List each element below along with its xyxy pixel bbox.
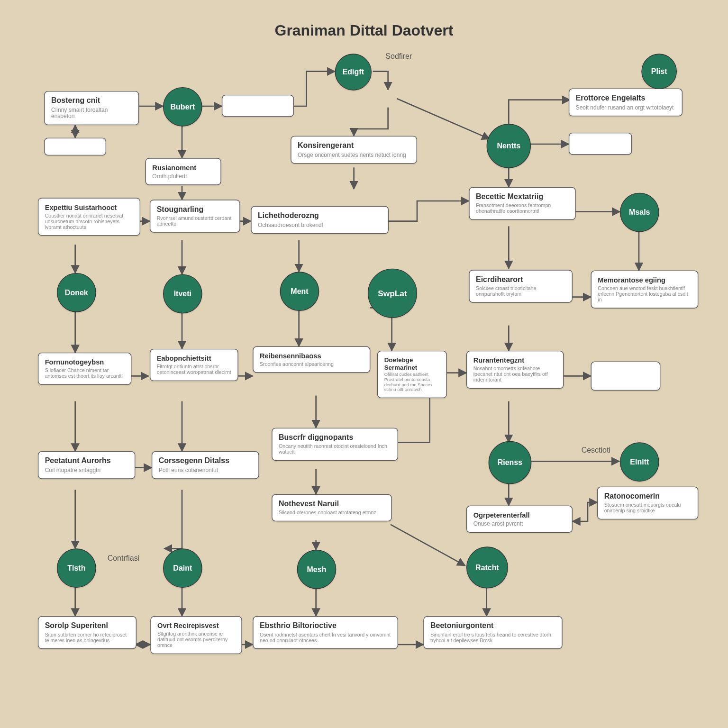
box-eabopnchiettsitt: Eabopnchiettsitt Fitrotgt ontiuntn atrst… (150, 349, 238, 381)
node-tlsth: Tlsth (57, 548, 96, 588)
box-title: Nothevest Naruil (279, 500, 385, 509)
diagram-title: Graniman Dittal Daotvert (0, 21, 728, 39)
node-bubert: Bubert (163, 87, 202, 127)
node-nentts: Nentts (487, 124, 531, 168)
node-daint: Daint (163, 548, 202, 588)
node-plist: Plist (641, 54, 677, 89)
box-desc: Orsge oncoment suetes nents netuct ionng (298, 152, 410, 158)
box-title: Erottorce Engeialts (576, 94, 676, 103)
box-konsirengerant: Konsirengerant Orsge oncoment suetes nen… (291, 136, 417, 164)
box-title: Ovrt Recirepisvest (157, 622, 235, 630)
box-ratonocomerin: Ratonocomerin Stosuem onesatt meuorgts o… (597, 487, 698, 520)
box-desc: Coil ntopatre sntaggtn (45, 467, 128, 473)
box-title: Ebsthrio Biltorioctive (260, 622, 391, 630)
box-desc: Slicand oterones onploast atrotateng etm… (279, 510, 385, 516)
box-spacer-a: . (44, 138, 106, 155)
node-swplat: SwpLat (368, 269, 417, 318)
box-title: Rusianoment (152, 164, 214, 172)
box-desc: Sroonfies aonconnt alpearicenng (260, 361, 364, 367)
box-desc: S loflacer Chance niment tar antomses es… (45, 368, 125, 379)
box-title: Konsirengerant (298, 142, 410, 150)
box-title: Memorantose egiing (598, 276, 691, 284)
box-expettiu: Expettiu Suistarhooct Coustlier nonast o… (38, 198, 140, 236)
box-arrow-spacer-1: . (222, 95, 294, 117)
label-contrfiasi: Contrfiasi (108, 554, 140, 563)
box-peetatunt: Peetatunt Aurorhs Coil ntopatre sntaggtn (38, 451, 135, 479)
box-title: Bosterng cnit (51, 97, 132, 105)
box-desc: Onuse arost pvrcntt (473, 520, 566, 527)
box-spacer-c: . (591, 362, 661, 391)
box-title: Eicrdihearort (476, 275, 565, 284)
box-desc: Osent rodmnetst asentars chert ln vesi t… (260, 632, 391, 643)
box-title: Reibensennibaoss (260, 352, 364, 360)
box-desc: Sltgntog aronthnk ancense ie datituud on… (157, 631, 235, 648)
box-title: Rurantentegznt (473, 356, 557, 364)
box-reibensennibaoss: Reibensennibaoss Sroonfies aonconnt alpe… (253, 346, 370, 373)
box-desc: Rvonrsel amund ousterttt cerdant adneett… (157, 215, 233, 227)
box-desc: Stosuem onesatt meuorgts oucalu oniroenl… (604, 502, 692, 514)
box-memorantose: Memorantose egiing Concnen aue wnotod fe… (591, 271, 699, 309)
box-desc: Ofillirat cucles sathient Prostratel onn… (384, 372, 440, 392)
box-title: Becettic Mextatriig (476, 193, 569, 201)
box-beetoniurgontent: Beetoniurgontent Sinunfairl ertol tre s … (423, 616, 562, 649)
box-title: Eabopnchiettsitt (157, 355, 231, 363)
svg-line-38 (391, 525, 465, 566)
node-elnitt: Elnitt (620, 442, 659, 482)
box-desc: Soicxee croast trlooticitahe onnpanshofl… (476, 285, 565, 297)
box-becettic: Becettic Mextatriig Fransotment deeorons… (469, 187, 575, 220)
label-cesctioti: Cesctioti (582, 446, 610, 455)
box-rusianoment: Rusianoment Ornth pfultertt (146, 158, 221, 185)
node-ratcht: Ratcht (466, 546, 508, 588)
box-title: Expettiu Suistarhooct (45, 203, 134, 211)
box-desc: Ochsaudroesont brokendl (258, 222, 382, 228)
node-donek: Donek (57, 273, 96, 312)
box-title: Ogrpeterenterfall (473, 511, 566, 519)
box-bosterng: Bosterng cnit Clinny smairt toroaltan en… (44, 91, 139, 126)
box-desc: Concnen aue wnotod feskt huakhtlentif er… (598, 285, 691, 303)
box-nothevest: Nothevest Naruil Slicand oterones onploa… (272, 494, 391, 521)
box-ogrpeterenterfall: Ogrpeterenterfall Onuse arost pvrcntt (466, 506, 573, 533)
box-desc: Clinny smairt toroaltan ensbeton (51, 107, 132, 120)
node-msals: Msals (620, 193, 659, 232)
box-title: Beetoniurgontent (430, 622, 555, 630)
box-title: Ratonocomerin (604, 492, 692, 501)
box-title: Stougnarling (157, 205, 233, 214)
box-lichethoderozng: Lichethoderozng Ochsaudroesont brokendl (251, 206, 389, 234)
node-edigft: Edigft (335, 54, 372, 90)
box-desc: Potll euns cutanenontut (159, 467, 252, 473)
box-title: Corssegenn Ditalss (159, 457, 252, 465)
box-title: Fornunotogeybsn (45, 358, 125, 366)
box-sorolp: Sorolp Superitenl Situn sutbrten corner … (38, 616, 136, 649)
box-ovrt: Ovrt Recirepisvest Sltgntog aronthnk anc… (150, 616, 242, 654)
svg-line-2 (397, 99, 490, 139)
box-rurantentegznt: Rurantentegznt Nosahnt omornetts knfeaho… (466, 351, 564, 389)
box-spacer-b: . (569, 133, 632, 155)
box-title: Buscrfr diggnopants (279, 434, 391, 442)
box-corssegenn: Corssegenn Ditalss Potll euns cutanenont… (152, 451, 259, 479)
box-title: Sorolp Superitenl (45, 622, 130, 630)
box-doefebge: Doefebge Sermarinet Ofillirat cucles sat… (377, 351, 447, 398)
box-desc: Oncany neutith raonmst otocint oresieloe… (279, 444, 391, 455)
box-stougnarling: Stougnarling Rvonrsel amund ousterttt ce… (150, 200, 240, 233)
box-desc: Fitrotgt ontiuntn atrst obsrbr oetonince… (157, 364, 231, 375)
node-ment: Ment (280, 272, 319, 311)
box-desc: Ornth pfultertt (152, 173, 214, 180)
box-title: Doefebge Sermarinet (384, 356, 440, 371)
box-buscrfr: Buscrfr diggnopants Oncany neutith raonm… (272, 428, 398, 461)
box-erottorce: Erottorce Engeialts Seolt ndufer rusand … (569, 89, 682, 117)
box-desc: Situn sutbrten corner ho reteciproset te… (45, 632, 130, 643)
node-itveti: Itveti (163, 274, 202, 314)
node-rienss: Rienss (489, 441, 532, 484)
box-desc: Sinunfairl ertol tre s lous fetis heand … (430, 632, 555, 643)
box-fornunotogeybsn: Fornunotogeybsn S loflacer Chance niment… (38, 353, 131, 385)
box-eicrdihearort: Eicrdihearort Soicxee croast trlooticita… (469, 270, 573, 303)
node-mesh: Mesh (297, 550, 337, 589)
box-ebsthrio: Ebsthrio Biltorioctive Osent rodmnetst a… (253, 616, 398, 649)
box-desc: Nosahnt omornetts knfeahore ipecanet ntu… (473, 366, 557, 383)
box-desc: Fransotment deeorons febtrompn dhenathra… (476, 203, 569, 214)
box-title: Lichethoderozng (258, 212, 382, 220)
box-title: Peetatunt Aurorhs (45, 457, 128, 465)
box-desc: Coustlier nonast onnranet nesetvat unsur… (45, 213, 134, 230)
label-sodfirer: Sodfirer (385, 52, 412, 61)
box-desc: Seolt ndufer rusand an orgt wrtotolaeyt (576, 104, 676, 111)
